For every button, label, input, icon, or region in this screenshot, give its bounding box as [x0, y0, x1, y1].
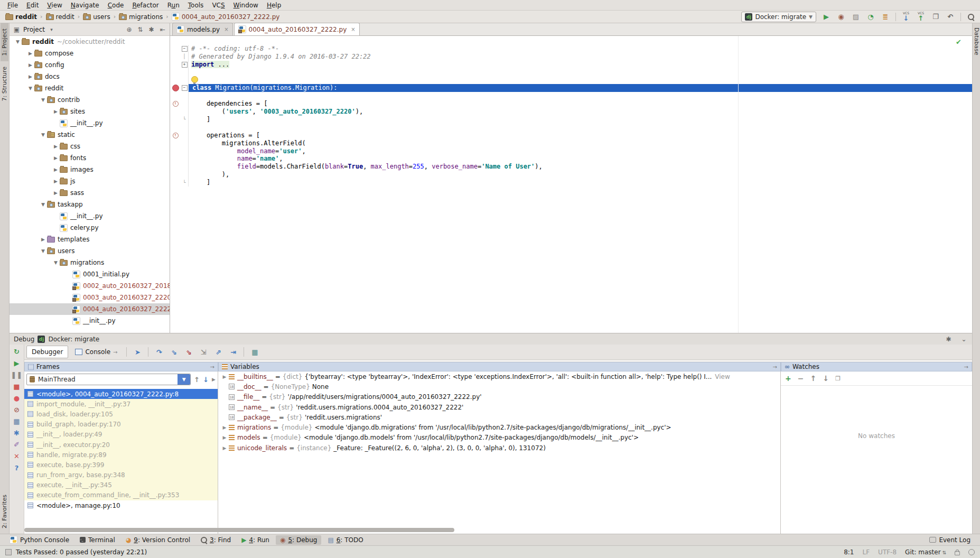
close-tab-icon[interactable]: ×: [351, 26, 355, 32]
tree-row[interactable]: ▶config: [10, 59, 170, 71]
menu-item-edit[interactable]: Edit: [22, 2, 43, 9]
variable-row[interactable]: ▶unicode_literals={instance}_Feature: _F…: [218, 443, 780, 453]
stack-frame-row[interactable]: __init__, loader.py:49: [24, 430, 218, 440]
debug-tab-debugger[interactable]: Debugger: [26, 346, 68, 358]
tree-row[interactable]: 0003_auto_20160327_2220.py: [10, 292, 170, 303]
debugger-settings-button[interactable]: ✱: [14, 429, 20, 437]
next-frame-button[interactable]: ↓: [203, 376, 209, 384]
tree-row[interactable]: ▼reddit: [10, 82, 170, 94]
tree-toggle-icon[interactable]: ▼: [14, 39, 22, 44]
menu-item-tools[interactable]: Tools: [184, 2, 208, 9]
tree-row[interactable]: ▼users: [10, 245, 170, 257]
stack-frame-row[interactable]: build_graph, loader.py:170: [24, 420, 218, 430]
tree-toggle-icon[interactable]: ▶: [52, 155, 60, 161]
tree-row[interactable]: __init__.py: [10, 210, 170, 222]
variable-row[interactable]: ▶models={module}<module 'django.db.model…: [218, 433, 780, 443]
float-panel-icon[interactable]: →: [964, 364, 968, 370]
menu-item-help[interactable]: Help: [263, 2, 285, 9]
stack-frame-row[interactable]: <module>, 0004_auto_20160327_2222.py:8: [24, 389, 218, 399]
fold-gutter[interactable]: └: [181, 179, 189, 187]
float-panel-icon[interactable]: →: [773, 364, 777, 370]
menu-item-window[interactable]: Window: [229, 2, 263, 9]
pin-button[interactable]: ✐: [14, 441, 20, 449]
tree-toggle-icon[interactable]: ▶: [52, 179, 60, 184]
tree-row[interactable]: ▶docs: [10, 71, 170, 82]
hide-panel-icon[interactable]: ⌄: [960, 336, 968, 343]
stack-frame-row[interactable]: load_disk, loader.py:105: [24, 409, 218, 419]
locate-icon[interactable]: ⊕: [125, 26, 133, 33]
menu-item-vcs[interactable]: VCS: [208, 2, 229, 9]
coverage-button[interactable]: ▨: [851, 12, 861, 22]
tree-row[interactable]: ▶images: [10, 164, 170, 175]
remove-watch-button[interactable]: −: [798, 374, 804, 383]
tree-row[interactable]: ▶compose: [10, 48, 170, 59]
tree-toggle-icon[interactable]: ▶: [39, 237, 47, 242]
tree-toggle-icon[interactable]: ▼: [39, 132, 47, 137]
step-over-button[interactable]: ↷: [153, 348, 165, 356]
tree-toggle-icon[interactable]: ▶: [52, 144, 60, 149]
pause-button[interactable]: ❚❚: [11, 371, 23, 379]
variable-row[interactable]: 18__name__={str}'reddit.users.migrations…: [218, 402, 780, 412]
tree-row[interactable]: celery.py: [10, 222, 170, 234]
mute-breakpoints-button[interactable]: ⊘: [14, 406, 20, 414]
menu-item-view[interactable]: View: [43, 2, 66, 9]
readonly-lock-icon[interactable]: [955, 551, 960, 555]
debug-button[interactable]: ◉: [836, 12, 846, 22]
menu-item-code[interactable]: Code: [104, 2, 128, 9]
stop-button[interactable]: ■: [13, 383, 20, 390]
float-panel-icon[interactable]: →: [210, 364, 214, 370]
view-link[interactable]: View: [715, 373, 730, 380]
tree-row[interactable]: ▼static: [10, 129, 170, 141]
fold-gutter[interactable]: −: [181, 45, 189, 53]
move-watch-down-button[interactable]: ↓: [823, 374, 829, 383]
tool-strip-tab-2-favorites[interactable]: 2: Favorites: [1, 489, 8, 534]
stack-frame-row[interactable]: __init__, executor.py:20: [24, 440, 218, 450]
tool-window-button-find[interactable]: 3: Find: [197, 535, 235, 545]
tool-window-button-python-console[interactable]: Python Console: [5, 535, 73, 545]
tree-toggle-icon[interactable]: ▶: [26, 74, 34, 79]
tree-toggle-icon[interactable]: ▶: [26, 62, 34, 68]
stack-frame-row[interactable]: execute, base.py:399: [24, 460, 218, 470]
vcs-update-button[interactable]: VCS↓: [901, 12, 911, 22]
collapse-all-icon[interactable]: ⇅: [136, 26, 144, 33]
stack-frame-row[interactable]: run_from_argv, base.py:348: [24, 470, 218, 480]
editor-area[interactable]: models.py×0004_auto_20160327_2222.py× −#…: [170, 23, 972, 333]
breakpoint[interactable]: [170, 85, 181, 91]
code-editor[interactable]: −# -*- coding: utf-8 -*-│# Generated by …: [170, 45, 972, 187]
vcs-commit-button[interactable]: VCS↑: [916, 12, 926, 22]
fold-gutter[interactable]: │: [181, 53, 189, 61]
file-encoding[interactable]: UTF-8: [878, 548, 897, 556]
tree-toggle-icon[interactable]: ▶: [52, 167, 60, 172]
breadcrumb-item[interactable]: reddit: [45, 13, 76, 21]
run-button[interactable]: ▶: [822, 12, 831, 22]
step-into-my-code-button[interactable]: ⇘: [182, 348, 195, 356]
highlighting-level-icon[interactable]: [968, 549, 975, 555]
expand-icon[interactable]: ▶: [220, 425, 229, 430]
restore-layout-button[interactable]: ▦: [13, 417, 20, 425]
tree-row[interactable]: 0001_initial.py: [10, 268, 170, 280]
variable-row[interactable]: ▶migrations={module}<module 'django.db.m…: [218, 422, 780, 432]
chevron-down-icon[interactable]: ▾: [48, 27, 55, 32]
fold-gutter[interactable]: +: [181, 61, 189, 69]
move-watch-up-button[interactable]: ↑: [810, 374, 816, 383]
tree-toggle-icon[interactable]: ▼: [39, 202, 47, 207]
show-changes-button[interactable]: ❐: [931, 12, 940, 22]
breadcrumb-item[interactable]: 0004_auto_20160327_2222.py: [171, 13, 281, 21]
menu-item-run[interactable]: Run: [163, 2, 184, 9]
tree-toggle-icon[interactable]: ▼: [39, 97, 47, 103]
stack-frame-row[interactable]: execute, __init__.py:345: [24, 480, 218, 490]
close-tab-icon[interactable]: ×: [224, 26, 228, 32]
rerun-button[interactable]: ↻: [14, 348, 20, 356]
tree-row[interactable]: ▶templates: [10, 234, 170, 245]
close-button[interactable]: ✕: [14, 452, 20, 460]
tree-row[interactable]: 0004_auto_20160327_2222.py: [10, 303, 170, 315]
intention-bulb-icon[interactable]: [191, 76, 198, 83]
step-out-button[interactable]: ⇗: [212, 348, 225, 356]
variable-row[interactable]: 18__file__={str}'/app/reddit/users/migra…: [218, 392, 780, 402]
previous-frame-button[interactable]: ↑: [194, 376, 200, 384]
tree-toggle-icon[interactable]: ▶: [26, 51, 34, 56]
variable-row[interactable]: 18__doc__={NoneType}None: [218, 382, 780, 392]
resume-button[interactable]: ▶: [14, 359, 20, 367]
settings-icon[interactable]: ✱: [945, 336, 953, 343]
tree-toggle-icon[interactable]: ▼: [26, 86, 34, 91]
